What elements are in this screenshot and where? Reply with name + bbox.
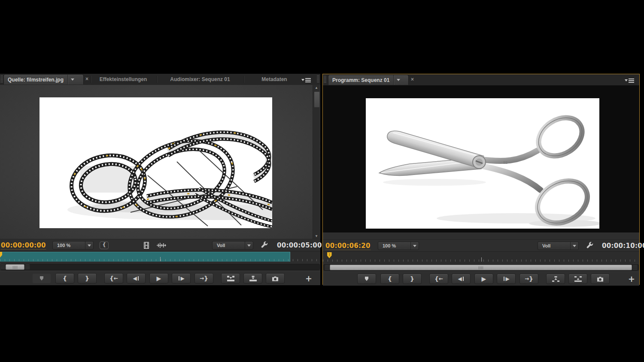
dropdown-arrow [410, 242, 419, 250]
tab-source[interactable]: Quelle: filmstreifen.jpg [3, 74, 84, 84]
zoom-value: 100 % [378, 243, 410, 248]
tab-program[interactable]: Programm: Sequenz 01 [328, 75, 409, 85]
overwrite-button[interactable] [243, 273, 262, 284]
play-button[interactable]: ▶ [149, 273, 168, 284]
tab-program-label: Programm: Sequenz 01 [328, 77, 393, 83]
chevron-down-icon [71, 78, 74, 81]
program-tabbar: Programm: Sequenz 01 × [323, 74, 639, 86]
zoom-handle-left[interactable] [325, 265, 330, 270]
dropdown-arrow [570, 242, 578, 250]
ruler-center-tick [481, 257, 482, 262]
mark-out-button[interactable]: } [403, 274, 422, 284]
source-monitor-panel: Quelle: filmstreifen.jpg × Effekteinstel… [0, 74, 320, 285]
scroll-up-icon[interactable]: ▲ [313, 85, 320, 90]
step-forward-button[interactable]: ▶ [497, 274, 516, 284]
tab-close-icon[interactable]: × [85, 74, 88, 85]
panel-menu-icon[interactable] [301, 77, 312, 82]
scroll-down-icon[interactable]: ▼ [313, 233, 320, 239]
tab-menu-arrow[interactable] [68, 78, 77, 81]
step-back-button[interactable]: ◀ [127, 273, 146, 284]
drag-video-icon[interactable] [144, 242, 149, 250]
tab-metadata[interactable]: Metadaten [245, 74, 304, 84]
zoom-handle-right[interactable] [25, 264, 30, 270]
chevron-down-icon [397, 79, 400, 81]
button-editor-add-button[interactable]: + [303, 273, 314, 284]
panel-drag-grip[interactable] [0, 75, 3, 83]
source-transport-bar: { } {← ◀ ▶ ▶ →} + [0, 271, 320, 285]
program-position-timecode[interactable]: 00:00:06:20 [325, 242, 371, 250]
program-time-ruler[interactable] [323, 251, 639, 264]
step-back-button[interactable]: ◀ [452, 274, 471, 284]
program-video-area: ss ◀ ▶ [323, 85, 639, 232]
panel-menu-icon[interactable] [625, 77, 635, 82]
button-editor-add-button[interactable]: + [626, 273, 637, 284]
tab-source-label: Quelle: filmstreifen.jpg [4, 77, 67, 83]
scrollbar-thumb[interactable] [330, 265, 632, 270]
play-button[interactable]: ▶ [474, 274, 493, 284]
step-forward-button[interactable]: ▶ [172, 273, 191, 284]
source-tabbar: Quelle: filmstreifen.jpg × Effekteinstel… [0, 74, 320, 85]
scale-value: Voll [538, 243, 570, 248]
settings-wrench-icon[interactable] [586, 242, 594, 251]
insert-button[interactable] [221, 273, 240, 284]
add-marker-button[interactable] [32, 273, 51, 284]
scrollbar-track[interactable] [0, 264, 320, 270]
source-zoom-select[interactable]: 100 % [52, 241, 94, 250]
program-transport-bar: { } {← ◀ ▶ ▶ →} + [323, 271, 639, 286]
mark-out-button[interactable]: } [78, 273, 97, 284]
lift-button[interactable] [546, 274, 565, 284]
program-zoom-scrollbar[interactable] [323, 263, 639, 271]
scale-value: Voll [213, 243, 245, 248]
go-to-out-button[interactable]: →} [519, 274, 538, 284]
program-monitor-panel: Programm: Sequenz 01 × [322, 74, 640, 285]
panel-drag-grip[interactable] [324, 76, 326, 84]
drag-audio-icon[interactable] [156, 242, 167, 250]
source-duration-timecode: 00:00:05:00 [277, 241, 322, 249]
source-zoom-scrollbar[interactable] [0, 263, 320, 271]
tab-close-icon[interactable]: × [411, 74, 414, 85]
zoom-value: 100 % [53, 243, 85, 248]
source-vertical-scrollbar[interactable]: ▲ ▼ [313, 85, 320, 239]
program-scale-select[interactable]: Voll [538, 241, 579, 250]
settings-wrench-icon[interactable] [261, 241, 268, 251]
go-to-in-button[interactable]: {← [104, 273, 123, 284]
svg-text:ss: ss [503, 160, 507, 165]
export-frame-button[interactable] [591, 274, 610, 284]
vertical-scrollbar-thumb[interactable] [314, 91, 320, 108]
source-controls-bar: 00:00:00:00 100 % { Voll [0, 239, 320, 251]
mark-in-button[interactable]: { [55, 273, 74, 284]
source-time-ruler[interactable] [0, 251, 320, 263]
dropdown-arrow [245, 241, 253, 249]
filmstrip-photo [39, 97, 272, 228]
program-duration-timecode: 00:00:10:00 [602, 242, 644, 250]
source-video-area: ▲ ▼ [0, 85, 320, 239]
tab-menu-arrow[interactable] [394, 79, 403, 81]
export-frame-button[interactable] [266, 273, 285, 284]
scrollbar-thumb[interactable] [6, 264, 24, 270]
scissors-photo: ss [366, 98, 599, 229]
tab-effect-controls[interactable]: Effekteinstellungen [91, 74, 155, 84]
panel-edge-grip[interactable] [317, 75, 319, 83]
ruler-center-tick [160, 257, 161, 261]
zoom-handle-right[interactable] [632, 265, 638, 270]
add-marker-button[interactable] [357, 274, 376, 284]
source-scale-select[interactable]: Voll [212, 241, 253, 250]
bracket-button[interactable]: { [100, 241, 109, 249]
premiere-workspace: Quelle: filmstreifen.jpg × Effekteinstel… [0, 0, 644, 362]
go-to-in-button[interactable]: {← [429, 274, 448, 284]
program-video-frame: ss [366, 98, 599, 229]
source-position-timecode[interactable]: 00:00:00:00 [1, 241, 46, 250]
program-zoom-select[interactable]: 100 % [378, 241, 419, 250]
source-video-frame [39, 97, 272, 228]
program-controls-bar: 00:00:06:20 100 % Voll 00:00:10:00 [323, 239, 639, 252]
extract-button[interactable] [568, 274, 587, 284]
tab-audio-mixer[interactable]: Audiomixer: Sequenz 01 [157, 74, 243, 84]
dropdown-arrow [85, 241, 93, 249]
go-to-out-button[interactable]: →} [194, 273, 213, 284]
zoom-handle-left[interactable] [0, 264, 6, 270]
program-playhead[interactable] [327, 252, 332, 258]
mark-in-button[interactable]: { [380, 274, 399, 284]
